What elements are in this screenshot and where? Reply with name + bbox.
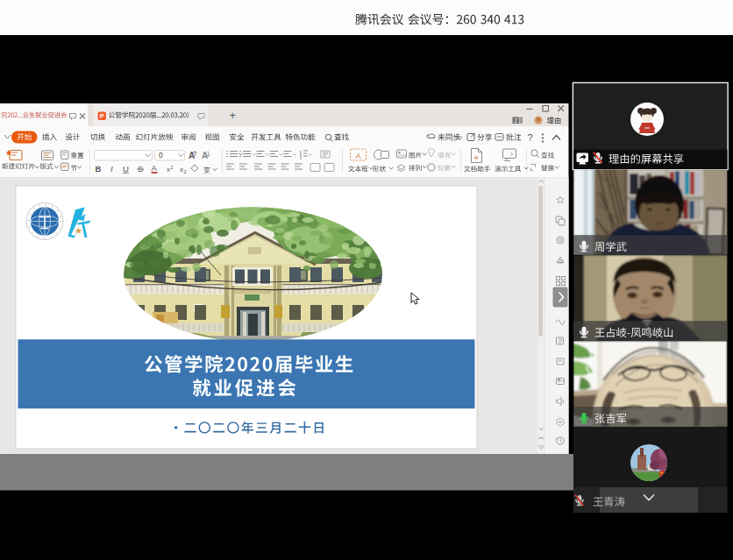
svg-text:2: 2 (184, 169, 187, 174)
svg-text:+: + (230, 110, 236, 122)
svg-text:B: B (96, 164, 102, 174)
svg-text:x: x (180, 166, 183, 174)
svg-text:2: 2 (514, 117, 517, 124)
svg-text:S: S (138, 164, 143, 174)
svg-text:I: I (110, 164, 113, 174)
svg-text:?: ? (528, 132, 533, 143)
svg-text:P: P (100, 112, 104, 120)
svg-text:0: 0 (159, 151, 163, 159)
svg-text:x: x (167, 166, 170, 174)
svg-text:A: A (152, 163, 158, 173)
svg-text:A: A (355, 152, 360, 160)
svg-text:2: 2 (171, 165, 174, 170)
svg-text:U: U (123, 164, 129, 174)
